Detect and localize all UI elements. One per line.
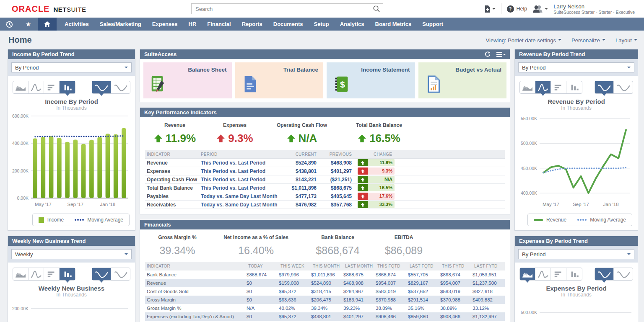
period-filter-select[interactable]: By Period	[11, 62, 132, 72]
period-link[interactable]: This Period vs. Last Period	[201, 185, 280, 191]
legend-item: Moving Average	[75, 217, 123, 223]
line-chart-icon	[30, 269, 42, 279]
horizontal-bar-chart-icon	[553, 269, 564, 279]
trend-on-button[interactable]	[92, 81, 111, 93]
vertical-bar-button[interactable]	[60, 268, 75, 280]
period-filter-select[interactable]: By Period	[518, 62, 634, 72]
suiteaccess-tile-income-statement[interactable]: Income Statement$	[327, 62, 415, 98]
area-chart-button[interactable]	[520, 268, 535, 280]
trend-on-button[interactable]	[92, 268, 111, 280]
portlet-header[interactable]: Expenses By Period Trend	[515, 236, 638, 246]
netsuite-logo: NETSUITE	[53, 6, 86, 13]
nav-item-expenses[interactable]: Expenses	[147, 18, 183, 31]
line-chart-button[interactable]	[29, 268, 44, 280]
horizontal-bar-button[interactable]	[44, 268, 60, 280]
refresh-icon[interactable]	[484, 51, 491, 57]
svg-text:May '17: May '17	[35, 202, 52, 207]
financials-summary-gross-margin-: Gross Margin %39.34%	[146, 234, 209, 257]
nav-menu: ActivitiesSales/MarketingExpensesHRFinan…	[59, 18, 449, 31]
nav-item-financial[interactable]: Financial	[202, 18, 236, 31]
portlet-header[interactable]: Revenue By Period Trend	[515, 49, 638, 59]
line-chart-icon	[537, 82, 549, 93]
vertical-bar-button[interactable]	[60, 81, 75, 93]
home-tab[interactable]	[38, 18, 57, 31]
nav-item-support[interactable]: Support	[417, 18, 449, 31]
portlet-header[interactable]: Financials	[140, 220, 510, 229]
brand-logo[interactable]: ORACLE NETSUITE	[12, 4, 86, 14]
trend-off-button[interactable]	[614, 268, 633, 280]
kpi-summary-total-bank-balance: Total Bank Balance16.5%	[341, 122, 417, 145]
financials-table-row: Gross Margin %N/A40.02%39.34%39.23%38.89…	[145, 304, 505, 312]
area-chart-button[interactable]	[520, 81, 535, 93]
suiteaccess-tile-budget-vs-actual[interactable]: Budget vs Actual	[418, 62, 507, 98]
create-new-button[interactable]	[484, 5, 496, 13]
recent-records-tab[interactable]	[0, 18, 19, 31]
nav-item-reports[interactable]: Reports	[236, 18, 268, 31]
portlet-header[interactable]: Weekly New Business Trend	[8, 236, 135, 246]
trend-on-button[interactable]	[595, 268, 614, 280]
line-chart-button[interactable]	[535, 268, 551, 280]
nav-item-activities[interactable]: Activities	[59, 18, 94, 31]
trend-off-button[interactable]	[111, 268, 130, 280]
line-chart-button[interactable]	[29, 81, 44, 93]
portlet-header[interactable]: SuiteAccess	[140, 49, 510, 59]
trend-on-button[interactable]	[595, 81, 614, 93]
help-button[interactable]: ? Help	[507, 5, 527, 13]
horizontal-bar-button[interactable]	[44, 81, 60, 93]
area-chart-button[interactable]	[13, 268, 29, 280]
up-arrow-icon	[361, 161, 365, 165]
period-link[interactable]: Today vs. Same Day Last Month	[201, 193, 280, 199]
period-link[interactable]: This Period vs. Last Period	[201, 168, 280, 174]
svg-text:500.00K: 500.00K	[521, 141, 537, 146]
financials-table-row: Gross Margin$0$63,636$206,475$183,941$37…	[145, 296, 505, 304]
budget-vs-actual-icon	[424, 75, 443, 95]
nav-item-documents[interactable]: Documents	[268, 18, 309, 31]
layout-dropdown[interactable]: Layout	[615, 37, 637, 44]
nav-item-board-metrics[interactable]: Board Metrics	[370, 18, 417, 31]
svg-text:Sep '17: Sep '17	[68, 202, 84, 207]
area-chart-button[interactable]	[13, 81, 29, 93]
trend-off-button[interactable]	[111, 81, 130, 93]
search-icon[interactable]	[373, 5, 380, 14]
period-link[interactable]: Today vs. Same Day Last Month	[201, 202, 280, 208]
nav-item-sales-marketing[interactable]: Sales/Marketing	[94, 18, 147, 31]
table-header-row: INDICATORPERIODCURRENTPREVIOUSCHANGE	[145, 150, 505, 159]
portlet-menu-icon[interactable]	[496, 52, 506, 57]
change-badge: 16.5%	[358, 184, 395, 191]
line-chart-button[interactable]	[535, 81, 551, 93]
weekly-filter-select[interactable]: Weekly	[11, 249, 132, 259]
help-icon: ?	[507, 5, 514, 13]
area-chart-icon	[522, 82, 533, 93]
vertical-bar-button[interactable]	[566, 81, 582, 93]
suiteaccess-tile-balance-sheet[interactable]: Balance Sheet	[143, 62, 232, 98]
suiteaccess-tile-trial-balance[interactable]: Trial Balance	[235, 62, 324, 98]
divider	[501, 3, 501, 14]
nav-item-setup[interactable]: Setup	[309, 18, 335, 31]
period-link[interactable]: This Period vs. Last Period	[201, 177, 280, 183]
horizontal-bar-chart-icon	[553, 82, 564, 93]
top-header: ORACLE NETSUITE ? Help Larry Nelson Suit…	[0, 0, 644, 18]
chevron-down-icon	[545, 8, 548, 11]
vertical-bar-button[interactable]	[566, 268, 582, 280]
horizontal-bar-button[interactable]	[551, 81, 566, 93]
search-input[interactable]	[191, 3, 383, 14]
trend-icon	[616, 82, 631, 93]
trend-off-button[interactable]	[614, 81, 633, 93]
weekly-bar-chart: 150.00K200.00K	[12, 299, 131, 322]
trend-toggle-buttons	[92, 81, 130, 94]
horizontal-bar-button[interactable]	[551, 268, 566, 280]
portlet-income-by-period-trend: Income By Period Trend By Period Income …	[8, 49, 135, 231]
nav-item-hr[interactable]: HR	[183, 18, 202, 31]
period-link[interactable]: This Period vs. Last Period	[201, 160, 280, 166]
shortcuts-tab[interactable]: ★	[19, 18, 38, 31]
viewing-dropdown[interactable]: Viewing: Portlet date settings	[486, 37, 561, 44]
portlet-header[interactable]: Income By Period Trend	[8, 49, 135, 59]
nav-item-analytics[interactable]: Analytics	[335, 18, 370, 31]
user-menu[interactable]	[532, 5, 548, 13]
period-filter-select[interactable]: By Period	[518, 249, 634, 259]
personalize-dropdown[interactable]: Personalize	[571, 37, 605, 44]
portlet-header[interactable]: Key Performance Indicators	[140, 108, 510, 117]
chevron-down-icon	[602, 39, 605, 42]
trend-icon	[114, 82, 128, 93]
chevron-down-icon	[492, 8, 496, 11]
